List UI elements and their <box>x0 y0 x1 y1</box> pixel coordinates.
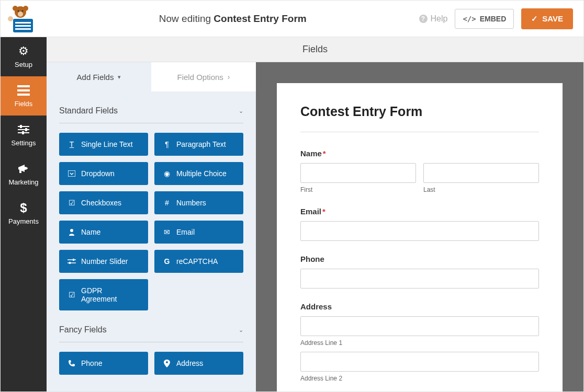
pin-icon <box>163 360 171 367</box>
chevron-down-icon: ▾ <box>118 74 121 80</box>
svg-rect-10 <box>15 28 31 30</box>
chevron-down-icon: ⌄ <box>239 108 243 114</box>
field-email[interactable]: ✉Email <box>154 221 243 244</box>
svg-point-3 <box>18 11 23 17</box>
help-link[interactable]: ? Help <box>419 14 448 24</box>
svg-rect-9 <box>15 25 31 27</box>
field-recaptcha[interactable]: GreCAPTCHA <box>154 250 243 273</box>
svg-rect-12 <box>17 89 30 91</box>
field-number-slider[interactable]: Number Slider <box>59 250 148 273</box>
code-icon: </> <box>463 15 476 23</box>
svg-rect-26 <box>69 262 71 264</box>
sublabel-last: Last <box>423 186 539 193</box>
svg-rect-11 <box>17 85 30 87</box>
svg-point-1 <box>13 6 18 11</box>
field-address[interactable]: Address <box>154 352 243 375</box>
email-input[interactable] <box>300 221 539 241</box>
preview-field-name[interactable]: Name* First Last <box>300 149 539 193</box>
paragraph-icon: ¶ <box>163 140 171 148</box>
hash-icon: # <box>163 199 171 207</box>
svg-point-6 <box>8 16 13 21</box>
field-single-line-text[interactable]: TSingle Line Text <box>59 133 148 156</box>
svg-point-22 <box>70 229 73 232</box>
embed-button[interactable]: </> EMBED <box>455 9 514 29</box>
sidebar-item-fields[interactable]: Fields <box>1 76 47 116</box>
sublabel-addr2: Address Line 2 <box>300 375 539 382</box>
svg-rect-24 <box>73 259 74 261</box>
address-line2-input[interactable] <box>300 352 539 372</box>
field-dropdown[interactable]: Dropdown <box>59 162 148 185</box>
field-name[interactable]: Name <box>59 221 148 244</box>
field-checkboxes[interactable]: ☑Checkboxes <box>59 191 148 214</box>
left-sidebar: ⚙ Setup Fields Settings Marketing $ Paym… <box>1 37 47 391</box>
svg-rect-20 <box>19 169 21 173</box>
svg-rect-13 <box>17 94 30 96</box>
first-name-input[interactable] <box>300 163 416 183</box>
logo <box>5 5 36 33</box>
check-icon: ☑ <box>68 291 76 299</box>
tab-add-fields[interactable]: Add Fields ▾ <box>47 62 151 91</box>
preview-field-email[interactable]: Email* <box>300 207 539 241</box>
mail-icon: ✉ <box>163 228 171 236</box>
sidebar-item-marketing[interactable]: Marketing <box>1 155 47 194</box>
svg-rect-21 <box>68 170 75 177</box>
chevron-right-icon: › <box>228 73 230 81</box>
svg-rect-15 <box>20 125 22 128</box>
sublabel-addr1: Address Line 1 <box>300 339 539 347</box>
svg-point-4 <box>18 10 19 11</box>
help-icon: ? <box>419 15 428 23</box>
group-fancy-fields[interactable]: Fancy Fields ⌄ <box>59 325 243 342</box>
sidebar-item-settings[interactable]: Settings <box>1 116 47 155</box>
svg-point-2 <box>23 6 28 11</box>
preview-field-address[interactable]: Address Address Line 1 Address Line 2 <box>300 302 539 382</box>
preview-field-phone[interactable]: Phone <box>300 255 539 289</box>
slider-icon <box>68 259 76 264</box>
field-paragraph-text[interactable]: ¶Paragraph Text <box>154 133 243 156</box>
check-icon: ☑ <box>68 199 76 207</box>
form-title: Contest Entry Form <box>300 104 539 119</box>
check-icon <box>531 14 538 24</box>
user-icon <box>68 228 76 236</box>
page-title: Now editing Contest Entry Form <box>47 13 419 25</box>
field-phone[interactable]: Phone <box>59 352 148 375</box>
tab-field-options[interactable]: Field Options › <box>151 62 256 91</box>
group-standard-fields[interactable]: Standard Fields ⌄ <box>59 106 243 123</box>
sidebar-item-setup[interactable]: ⚙ Setup <box>1 37 47 76</box>
svg-point-5 <box>22 10 24 11</box>
svg-rect-17 <box>25 128 27 131</box>
last-name-input[interactable] <box>423 163 539 183</box>
form-preview: Contest Entry Form Name* First Last <box>277 83 563 391</box>
svg-rect-8 <box>15 22 31 24</box>
sliders-icon <box>17 123 30 136</box>
chevron-down-icon: ⌄ <box>239 327 243 333</box>
field-numbers[interactable]: #Numbers <box>154 191 243 214</box>
radio-icon: ◉ <box>163 169 171 178</box>
svg-rect-19 <box>22 131 24 134</box>
phone-input[interactable] <box>300 269 539 289</box>
field-gdpr[interactable]: ☑GDPR Agreement <box>59 279 148 310</box>
sidebar-item-payments[interactable]: $ Payments <box>1 194 47 233</box>
section-title: Fields <box>47 37 583 62</box>
bullhorn-icon <box>17 163 30 175</box>
address-line1-input[interactable] <box>300 316 539 336</box>
save-button[interactable]: SAVE <box>521 8 573 29</box>
field-multiple-choice[interactable]: ◉Multiple Choice <box>154 162 243 185</box>
dollar-icon: $ <box>17 202 30 214</box>
dropdown-icon <box>68 170 76 177</box>
recaptcha-icon: G <box>163 257 171 266</box>
sublabel-first: First <box>300 186 416 193</box>
gear-icon: ⚙ <box>17 45 30 57</box>
text-icon: T <box>68 140 76 148</box>
phone-icon <box>68 360 76 367</box>
form-icon <box>17 84 30 97</box>
